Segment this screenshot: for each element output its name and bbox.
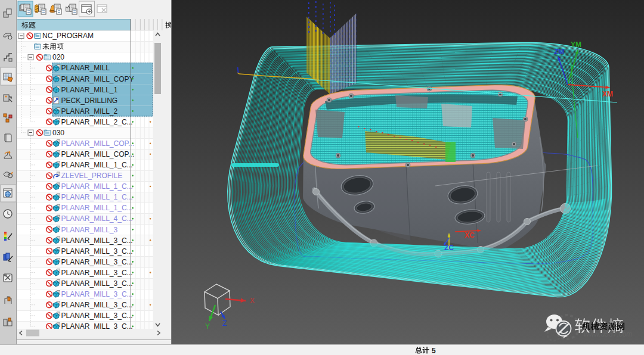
svg-text:PLANAR_MILL_3_C...: PLANAR_MILL_3_C... <box>61 290 133 298</box>
svg-text:PLANAR_MILL_3: PLANAR_MILL_3 <box>61 226 118 234</box>
svg-text:XC: XC <box>465 231 475 239</box>
svg-text:PLANAR_MILL_3_C...: PLANAR_MILL_3_C... <box>61 247 133 256</box>
svg-text:Y: Y <box>205 322 210 331</box>
svg-text:PLANAR_MILL_COP...: PLANAR_MILL_COP... <box>61 139 135 148</box>
svg-text:PLANAR_MILL_3_C...: PLANAR_MILL_3_C... <box>61 279 133 288</box>
svg-text:5: 5 <box>432 347 436 355</box>
svg-text:PLANAR_MILL_3_C...: PLANAR_MILL_3_C... <box>61 312 133 320</box>
svg-text:PLANAR_MILL_3_C...: PLANAR_MILL_3_C... <box>61 236 133 245</box>
svg-text:PLANAR_MILL_1: PLANAR_MILL_1 <box>61 86 118 94</box>
svg-text:YM: YM <box>571 41 581 49</box>
svg-text:XM: XM <box>602 90 613 98</box>
svg-text:ZLEVEL_PROFILE: ZLEVEL_PROFILE <box>61 172 123 180</box>
svg-text:X: X <box>250 297 255 305</box>
svg-text:030: 030 <box>52 129 64 137</box>
svg-text:www.u537.com: www.u537.com <box>584 330 632 338</box>
svg-text:PLANAR_MILL_4_C...: PLANAR_MILL_4_C... <box>61 214 133 223</box>
svg-text:ZM: ZM <box>554 48 564 56</box>
svg-text:PLANAR_MILL_1_C...: PLANAR_MILL_1_C... <box>61 182 133 191</box>
svg-text:ZC: ZC <box>444 244 454 252</box>
svg-text:PLANAR_MILL: PLANAR_MILL <box>61 64 110 72</box>
svg-text:PLANAR_MILL_3_C...: PLANAR_MILL_3_C... <box>61 269 133 277</box>
svg-text:PLANAR_MILL_1_C...: PLANAR_MILL_1_C... <box>61 161 133 169</box>
svg-text:PLANAR_MILL_3_C...: PLANAR_MILL_3_C... <box>61 258 133 266</box>
svg-text:Z: Z <box>222 319 227 328</box>
svg-text:PLANAR_MILL_1_C...: PLANAR_MILL_1_C... <box>61 193 133 201</box>
svg-text:PLANAR_MILL_1_C...: PLANAR_MILL_1_C... <box>61 204 133 212</box>
svg-text:PECK_DRILLING: PECK_DRILLING <box>61 96 118 105</box>
svg-text:020: 020 <box>52 53 64 61</box>
svg-text:PLANAR_MILL_3_C...: PLANAR_MILL_3_C... <box>61 322 133 329</box>
svg-text:PLANAR_MILL_3_C...: PLANAR_MILL_3_C... <box>61 301 133 309</box>
svg-text:NC_PROGRAM: NC_PROGRAM <box>42 32 94 40</box>
svg-text:PLANAR_MILL_2: PLANAR_MILL_2 <box>61 107 118 116</box>
svg-text:PLANAR_MILL_COP...: PLANAR_MILL_COP... <box>61 150 135 158</box>
svg-text:PLANAR_MILL_COPY: PLANAR_MILL_COPY <box>61 75 134 83</box>
svg-text:PLANAR_MILL_2_C...: PLANAR_MILL_2_C... <box>61 118 133 126</box>
